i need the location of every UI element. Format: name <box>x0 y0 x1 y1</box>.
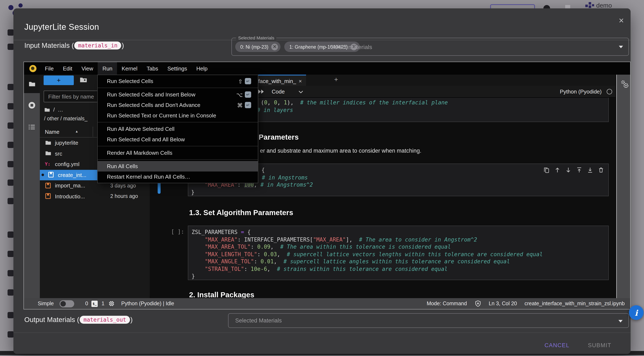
run-menu-item[interactable]: Run All Above Selected Cell <box>98 124 258 134</box>
code-cell[interactable]: ZSL_PARAMETERS = { "MAX_AREA": INTERFACE… <box>188 226 609 280</box>
menu-separator <box>98 146 258 146</box>
bg-sidebar-icon <box>8 44 14 50</box>
menu-tabs[interactable]: Tabs <box>142 62 163 75</box>
breadcrumb-ellipsis[interactable]: … <box>58 106 63 113</box>
footer-divider <box>14 332 630 333</box>
output-materials-select[interactable]: Selected Materials <box>228 313 629 328</box>
kernel-chip-icon[interactable] <box>108 300 115 307</box>
shortcut: ⇧↵ <box>238 78 251 84</box>
chip-remove-icon[interactable]: ✕ <box>271 44 278 50</box>
input-materials-label: Input Materials (materials_in) <box>24 42 124 50</box>
input-materials-prefix: Input Materials ( <box>24 42 74 50</box>
running-sessions-icon[interactable] <box>28 102 36 109</box>
toggle-knob <box>60 301 66 306</box>
new-tab-button[interactable]: + <box>334 76 338 84</box>
code-line: "MAX_AREA_TOL": 0.09, # The area within … <box>192 243 451 250</box>
kernel-count[interactable]: 1 <box>102 301 104 306</box>
bg-sidebar-icon <box>8 103 14 110</box>
mode-indicator[interactable]: Mode: Command <box>426 301 467 306</box>
home-folder-icon[interactable] <box>44 107 50 112</box>
bg-sidebar-icon <box>8 122 14 129</box>
select-materials-placeholder: Select materials <box>330 44 372 50</box>
duplicate-cell-icon[interactable] <box>544 167 550 173</box>
run-menu-item[interactable]: Run Selected Cells and Insert Below⌥↵ <box>98 89 258 100</box>
markdown-paragraph: er and substrate and maximum area to con… <box>260 148 421 154</box>
sort-asc-icon[interactable]: ▲ <box>75 130 78 133</box>
menu-item-label: Run All Cells <box>107 163 138 170</box>
run-menu-item[interactable]: Run Selected Text or Current Line in Con… <box>98 110 258 121</box>
file-name: import_ma... <box>55 182 85 189</box>
sidebar-tab-files[interactable] <box>24 75 40 93</box>
run-menu-item[interactable]: Run Selected Cells⇧↵ <box>98 76 258 86</box>
trust-shield-icon[interactable] <box>474 300 481 307</box>
submit-button[interactable]: SUBMIT <box>588 342 611 348</box>
new-folder-icon[interactable] <box>80 76 88 84</box>
cell-toolbar <box>544 167 604 173</box>
menu-settings[interactable]: Settings <box>163 62 192 75</box>
bg-sidebar-icon <box>8 84 14 90</box>
breadcrumb[interactable]: / … <box>44 106 63 113</box>
code-line: } <box>192 272 195 280</box>
menu-help[interactable]: Help <box>192 62 212 75</box>
simple-mode-toggle[interactable] <box>60 300 74 307</box>
cancel-button[interactable]: CANCEL <box>544 342 569 348</box>
insert-cell-below-icon[interactable] <box>587 167 593 173</box>
material-chip[interactable]: 0: Ni (mp-23)✕ <box>235 42 280 52</box>
menu-separator <box>98 88 258 88</box>
right-sidebar <box>616 75 630 298</box>
chevron-down-icon[interactable] <box>298 90 303 94</box>
activity-bar <box>24 93 40 298</box>
run-all-icon[interactable] <box>258 89 264 94</box>
table-of-contents-icon[interactable] <box>28 123 36 131</box>
menu-edit[interactable]: Edit <box>58 62 77 75</box>
kernel-name[interactable]: Python (Pyodide) <box>560 88 602 95</box>
menu-view[interactable]: View <box>77 62 98 75</box>
menu-separator <box>98 122 258 122</box>
output-select-placeholder: Selected Materials <box>235 318 282 324</box>
folder-icon <box>45 140 52 146</box>
simple-mode-label: Simple <box>38 301 54 306</box>
shortcut: ⌘↵ <box>237 102 251 108</box>
run-menu-item[interactable]: Render All Markdown Cells <box>98 148 258 158</box>
statusbar-filename[interactable]: create_interface_with_min_strain_zsl.ipy… <box>524 301 625 306</box>
output-materials-suffix: ) <box>130 316 133 324</box>
bg-app-logo <box>8 5 14 10</box>
modal-title: JupyterLite Session <box>24 22 99 32</box>
delete-cell-icon[interactable] <box>598 167 604 173</box>
file-name: jupyterlite <box>55 140 78 146</box>
menu-file[interactable]: File <box>40 62 58 75</box>
run-menu-item[interactable]: Restart Kernel and Run All Cells… <box>98 172 258 182</box>
terminal-count[interactable]: 0 <box>85 301 88 306</box>
file-row[interactable]: Introductio...2 hours ago <box>40 191 150 202</box>
cell-type-select[interactable]: Code <box>272 88 285 95</box>
running-dot <box>42 174 44 176</box>
menu-run[interactable]: Run <box>98 62 117 75</box>
markdown-heading: 1.3. Set Algorithm Parameters <box>189 208 293 217</box>
cursor-position[interactable]: Ln 3, Col 20 <box>489 301 517 306</box>
folder-icon <box>45 150 52 157</box>
info-button[interactable]: i <box>629 305 644 320</box>
kernel-status-text[interactable]: Python (Pyodide) | Idle <box>121 301 174 306</box>
selected-materials-input[interactable]: Selected Materials 0: Ni (mp-23)✕1: Grap… <box>232 38 629 56</box>
property-inspector-gear-icon[interactable] <box>620 80 630 90</box>
folder-icon <box>28 80 36 88</box>
new-launcher-button[interactable]: + <box>44 76 74 85</box>
menu-item-label: Run All Above Selected Cell <box>107 126 174 132</box>
chevron-down-icon[interactable] <box>619 46 623 48</box>
move-cell-up-icon[interactable] <box>554 167 560 173</box>
chevron-down-icon[interactable] <box>618 320 622 322</box>
code-line: "MAX_AREA": INTERFACE_PARAMETERS["MAX_AR… <box>192 236 477 243</box>
move-cell-down-icon[interactable] <box>565 167 572 173</box>
shortcut: ⌥↵ <box>236 91 251 98</box>
name-column-header[interactable]: Name <box>45 129 59 135</box>
run-menu-item[interactable]: Run All Cells <box>98 161 258 172</box>
kernel-status-icon[interactable] <box>607 89 612 94</box>
close-icon[interactable]: × <box>619 16 624 25</box>
terminal-icon[interactable]: $_ <box>92 300 98 307</box>
menu-kernel[interactable]: Kernel <box>117 62 142 75</box>
breadcrumb-root[interactable]: / <box>53 106 55 113</box>
run-menu-item[interactable]: Run Selected Cells and Don't Advance⌘↵ <box>98 100 258 110</box>
tab-close-icon[interactable]: × <box>299 78 302 84</box>
run-menu-item[interactable]: Run Selected Cell and All Below <box>98 134 258 145</box>
insert-cell-above-icon[interactable] <box>576 167 582 173</box>
